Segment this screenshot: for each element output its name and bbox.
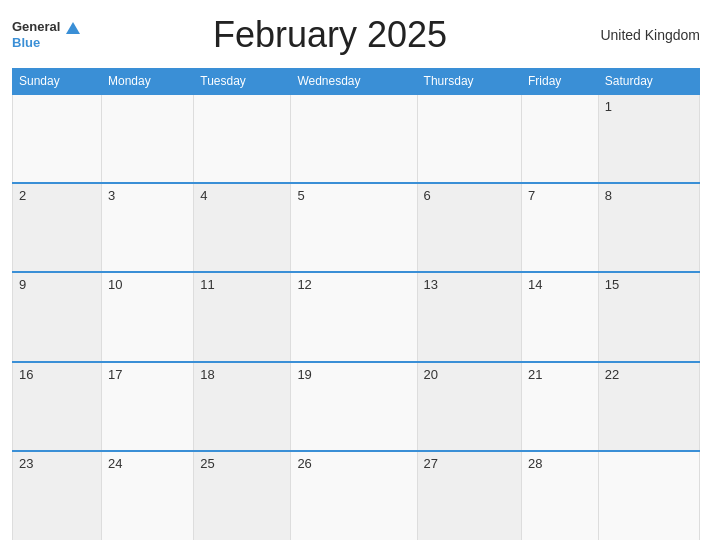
calendar-header: General Blue February 2025 United Kingdo… xyxy=(12,10,700,60)
day-cell-empty xyxy=(194,94,291,183)
day-cell-21: 21 xyxy=(522,362,599,451)
day-cell-10: 10 xyxy=(101,272,193,361)
week-row-1: 1 xyxy=(13,94,700,183)
day-cell-empty xyxy=(291,94,417,183)
header-friday: Friday xyxy=(522,69,599,95)
day-cell-4: 4 xyxy=(194,183,291,272)
day-cell-6: 6 xyxy=(417,183,521,272)
logo-general-text: General xyxy=(12,19,60,34)
header-tuesday: Tuesday xyxy=(194,69,291,95)
day-cell-26: 26 xyxy=(291,451,417,540)
header-sunday: Sunday xyxy=(13,69,102,95)
header-monday: Monday xyxy=(101,69,193,95)
week-row-2: 2 3 4 5 6 7 8 xyxy=(13,183,700,272)
calendar-table: Sunday Monday Tuesday Wednesday Thursday… xyxy=(12,68,700,540)
calendar-container: General Blue February 2025 United Kingdo… xyxy=(0,0,712,550)
day-cell-24: 24 xyxy=(101,451,193,540)
day-cell-7: 7 xyxy=(522,183,599,272)
day-headers-row: Sunday Monday Tuesday Wednesday Thursday… xyxy=(13,69,700,95)
day-cell-15: 15 xyxy=(598,272,699,361)
week-row-5: 23 24 25 26 27 28 xyxy=(13,451,700,540)
day-cell-8: 8 xyxy=(598,183,699,272)
logo-blue-text: Blue xyxy=(12,35,80,51)
day-cell-2: 2 xyxy=(13,183,102,272)
day-cell-empty-end xyxy=(598,451,699,540)
logo-triangle-icon xyxy=(66,22,80,34)
month-title: February 2025 xyxy=(80,14,580,56)
day-cell-12: 12 xyxy=(291,272,417,361)
day-cell-20: 20 xyxy=(417,362,521,451)
week-row-3: 9 10 11 12 13 14 15 xyxy=(13,272,700,361)
day-cell-25: 25 xyxy=(194,451,291,540)
day-cell-empty xyxy=(522,94,599,183)
day-cell-11: 11 xyxy=(194,272,291,361)
logo: General Blue xyxy=(12,19,80,50)
day-cell-5: 5 xyxy=(291,183,417,272)
day-cell-3: 3 xyxy=(101,183,193,272)
day-cell-empty xyxy=(417,94,521,183)
day-cell-23: 23 xyxy=(13,451,102,540)
day-cell-empty xyxy=(101,94,193,183)
day-cell-18: 18 xyxy=(194,362,291,451)
header-saturday: Saturday xyxy=(598,69,699,95)
day-cell-17: 17 xyxy=(101,362,193,451)
day-cell-1: 1 xyxy=(598,94,699,183)
day-cell-22: 22 xyxy=(598,362,699,451)
day-cell-19: 19 xyxy=(291,362,417,451)
header-wednesday: Wednesday xyxy=(291,69,417,95)
day-cell-empty xyxy=(13,94,102,183)
day-cell-13: 13 xyxy=(417,272,521,361)
country-label: United Kingdom xyxy=(580,27,700,43)
day-cell-27: 27 xyxy=(417,451,521,540)
week-row-4: 16 17 18 19 20 21 22 xyxy=(13,362,700,451)
day-cell-14: 14 xyxy=(522,272,599,361)
day-cell-28: 28 xyxy=(522,451,599,540)
day-cell-16: 16 xyxy=(13,362,102,451)
day-cell-9: 9 xyxy=(13,272,102,361)
header-thursday: Thursday xyxy=(417,69,521,95)
